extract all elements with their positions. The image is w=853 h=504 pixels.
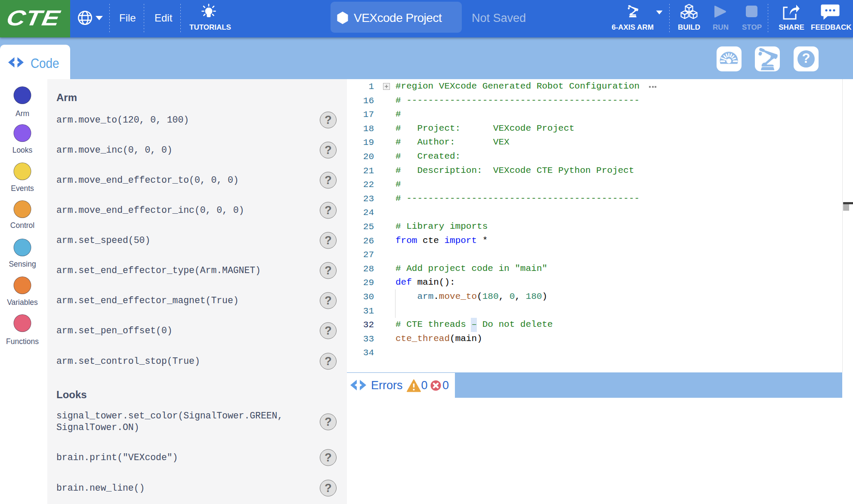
svg-text:?: ? [802,51,810,66]
